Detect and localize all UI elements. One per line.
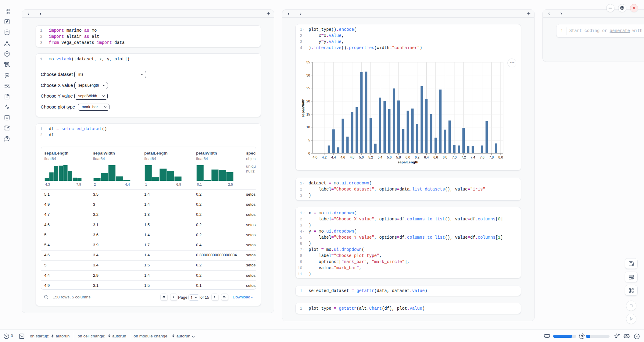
svg-text:4.8: 4.8 (350, 155, 354, 159)
svg-text:7.4: 7.4 (470, 155, 475, 159)
svg-text:6.2: 6.2 (415, 155, 419, 159)
svg-text:sepalWidth: sepalWidth (301, 98, 305, 117)
svg-text:8.0: 8.0 (498, 155, 503, 159)
svg-text:7.8: 7.8 (489, 155, 494, 159)
svg-text:7.2: 7.2 (461, 155, 466, 159)
svg-text:6.8: 6.8 (443, 155, 447, 159)
svg-text:5.0: 5.0 (359, 155, 364, 159)
svg-text:4.0: 4.0 (313, 155, 317, 159)
svg-text:30: 30 (306, 73, 310, 77)
svg-text:5.2: 5.2 (368, 155, 373, 159)
svg-text:6.4: 6.4 (424, 155, 429, 159)
svg-text:5.4: 5.4 (378, 155, 382, 159)
svg-text:4.6: 4.6 (341, 155, 345, 159)
svg-text:15: 15 (306, 112, 310, 116)
svg-text:25: 25 (306, 86, 310, 90)
svg-text:10: 10 (306, 125, 310, 129)
svg-text:6.0: 6.0 (406, 155, 410, 159)
svg-text:5: 5 (308, 138, 310, 142)
svg-text:4.4: 4.4 (331, 155, 336, 159)
svg-text:5.8: 5.8 (396, 155, 401, 159)
svg-text:5.6: 5.6 (387, 155, 392, 159)
svg-text:20: 20 (306, 99, 310, 103)
svg-text:4.2: 4.2 (322, 155, 327, 159)
svg-text:sepalLength: sepalLength (398, 160, 418, 164)
svg-text:7.6: 7.6 (480, 155, 484, 159)
svg-text:35: 35 (306, 60, 310, 64)
svg-text:6.6: 6.6 (433, 155, 438, 159)
svg-text:7.0: 7.0 (452, 155, 456, 159)
svg-text:0: 0 (308, 151, 310, 155)
